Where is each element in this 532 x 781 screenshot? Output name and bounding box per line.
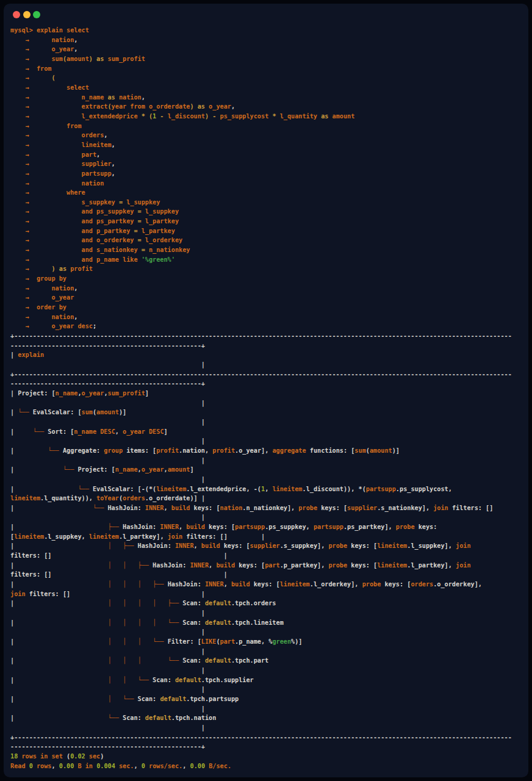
terminal-line: | └── HashJoin: INNER, build keys: [nati… bbox=[10, 503, 528, 513]
terminal-line: → o_year, bbox=[10, 45, 528, 54]
terminal-line: → where bbox=[10, 188, 528, 198]
terminal-line: | │ │ │ │ ├── Scan: default.tpch.orders bbox=[10, 599, 528, 608]
terminal-line: → ) as profit bbox=[10, 264, 528, 274]
terminal-line: | │ │ │ │ └── Scan: default.tpch.lineite… bbox=[10, 618, 528, 628]
terminal-line: | └── Aggregate: group items: [profit.na… bbox=[10, 446, 528, 456]
terminal-line: → orders, bbox=[10, 131, 528, 140]
terminal-line: | │ ├── HashJoin: INNER, build keys: [su… bbox=[10, 541, 528, 551]
terminal-line: | bbox=[10, 398, 528, 408]
minimize-button-icon[interactable] bbox=[23, 11, 31, 18]
terminal-line: → part, bbox=[10, 150, 528, 160]
zoom-button-icon[interactable] bbox=[33, 11, 40, 18]
titlebar bbox=[4, 4, 528, 22]
terminal-line: +---------------------------------------… bbox=[10, 370, 528, 380]
terminal-line: | └── Scan: default.tpch.nation bbox=[10, 713, 528, 723]
terminal-line: | bbox=[10, 608, 528, 618]
terminal-line: | │ │ │ └── Scan: default.tpch.part bbox=[10, 656, 528, 666]
terminal-line: → nation, bbox=[10, 35, 528, 45]
terminal-line: | │ │ └── Scan: default.tpch.supplier bbox=[10, 675, 528, 685]
terminal-line: → l_extendedprice * (1 - l_discount) - p… bbox=[10, 112, 528, 121]
terminal-line: → extract(year from o_orderdate) as o_ye… bbox=[10, 102, 528, 112]
terminal-line: → and p_name like '%green%' bbox=[10, 255, 528, 265]
close-button-icon[interactable] bbox=[13, 11, 20, 18]
terminal-line: | bbox=[10, 666, 528, 675]
terminal-line: | bbox=[10, 704, 528, 714]
terminal-line: → order by bbox=[10, 303, 528, 312]
terminal-line: → supplier, bbox=[10, 159, 528, 169]
terminal-line: [lineitem.l_suppkey, lineitem.l_partkey]… bbox=[10, 532, 528, 542]
terminal-line: | bbox=[10, 417, 528, 427]
terminal-line: → from bbox=[10, 121, 528, 131]
terminal-line: | bbox=[10, 436, 528, 446]
terminal-line: | ├── HashJoin: INNER, build keys: [part… bbox=[10, 522, 528, 532]
terminal-line: 18 rows in set (0.02 sec) bbox=[10, 752, 528, 761]
terminal-line: → select bbox=[10, 83, 528, 93]
terminal-line: | bbox=[10, 475, 528, 484]
terminal-line: join filters: [] | bbox=[10, 589, 528, 599]
terminal-line: | │ │ │ └── Filter: [LIKE(part.p_name, %… bbox=[10, 637, 528, 647]
terminal-line: lineitem.l_quantity)), toYear(orders.o_o… bbox=[10, 494, 528, 503]
terminal-line: | bbox=[10, 456, 528, 466]
terminal-line: | bbox=[10, 627, 528, 637]
terminal-line: | │ │ ├── HashJoin: INNER, build keys: [… bbox=[10, 561, 528, 570]
terminal-line: ----------------------------------------… bbox=[10, 742, 528, 752]
terminal-line: +---------------------------------------… bbox=[10, 733, 528, 743]
terminal-line: | └── EvalScalar: [sum(amount)] bbox=[10, 408, 528, 417]
terminal-line: mysql> explain select bbox=[10, 26, 528, 35]
terminal-line: ----------------------------------------… bbox=[10, 379, 528, 389]
terminal-line: → from bbox=[10, 64, 528, 74]
terminal-line: | bbox=[10, 723, 528, 733]
terminal-line: Read 0 rows, 0.00 B in 0.004 sec., 0 row… bbox=[10, 761, 528, 771]
terminal-line: +---------------------------------------… bbox=[10, 331, 528, 341]
terminal-line: | │ └── Scan: default.tpch.partsupp bbox=[10, 694, 528, 704]
terminal-line: → and o_orderkey = l_orderkey bbox=[10, 236, 528, 245]
terminal-output[interactable]: mysql> explain select → nation, → o_year… bbox=[10, 26, 528, 777]
terminal-line: | bbox=[10, 360, 528, 370]
terminal-line: → o_year desc; bbox=[10, 322, 528, 331]
terminal-line: → nation, bbox=[10, 312, 528, 322]
terminal-line: → group by bbox=[10, 274, 528, 284]
terminal-line: | └── Sort: [n_name DESC, o_year DESC] bbox=[10, 427, 528, 437]
terminal-line: → nation, bbox=[10, 284, 528, 293]
terminal-line: | Project: [n_name,o_year,sum_profit] bbox=[10, 389, 528, 398]
terminal-line: filters: [] | bbox=[10, 551, 528, 561]
terminal-line: | │ │ │ ├── HashJoin: INNER, build keys:… bbox=[10, 580, 528, 589]
terminal-line: filters: [] | bbox=[10, 570, 528, 580]
terminal-line: → and ps_partkey = l_partkey bbox=[10, 217, 528, 226]
terminal-line: ----------------------------------------… bbox=[10, 341, 528, 351]
terminal-line: → ( bbox=[10, 73, 528, 83]
terminal-line: → sum(amount) as sum_profit bbox=[10, 54, 528, 64]
terminal-line: | bbox=[10, 685, 528, 694]
terminal-line: | bbox=[10, 513, 528, 522]
terminal-line: → lineitem, bbox=[10, 140, 528, 150]
terminal-line: → and p_partkey = l_partkey bbox=[10, 226, 528, 236]
terminal-line: | bbox=[10, 647, 528, 657]
terminal-line: → s_suppkey = l_suppkey bbox=[10, 198, 528, 207]
terminal-line: → o_year bbox=[10, 293, 528, 303]
terminal-line: → and ps_suppkey = l_suppkey bbox=[10, 207, 528, 217]
terminal-line: | explain bbox=[10, 350, 528, 360]
terminal-line: → partsupp, bbox=[10, 169, 528, 179]
terminal-line: | └── EvalScalar: [-(*(lineitem.l_extend… bbox=[10, 484, 528, 494]
terminal-line: → nation bbox=[10, 179, 528, 189]
terminal-window: mysql> explain select → nation, → o_year… bbox=[4, 4, 528, 777]
terminal-line: → and s_nationkey = n_nationkey bbox=[10, 245, 528, 255]
terminal-line: → n_name as nation, bbox=[10, 93, 528, 103]
terminal-line: | └── Project: [n_name,o_year,amount] bbox=[10, 465, 528, 475]
